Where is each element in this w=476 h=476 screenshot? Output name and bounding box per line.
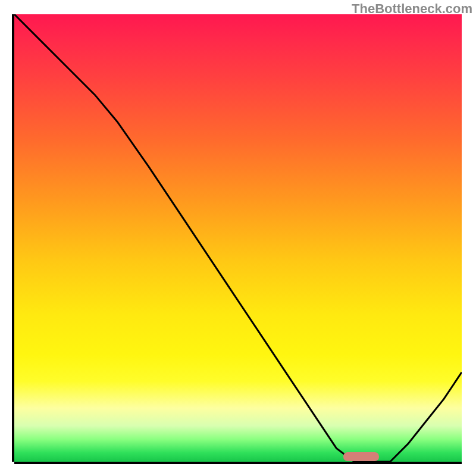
curve-path (14, 14, 462, 462)
bottleneck-curve (14, 14, 462, 462)
bottleneck-chart: TheBottleneck.com (0, 0, 476, 476)
watermark-text: TheBottleneck.com (352, 1, 472, 17)
x-axis (14, 462, 462, 464)
y-axis (12, 14, 14, 462)
optimal-range-marker (343, 452, 379, 461)
